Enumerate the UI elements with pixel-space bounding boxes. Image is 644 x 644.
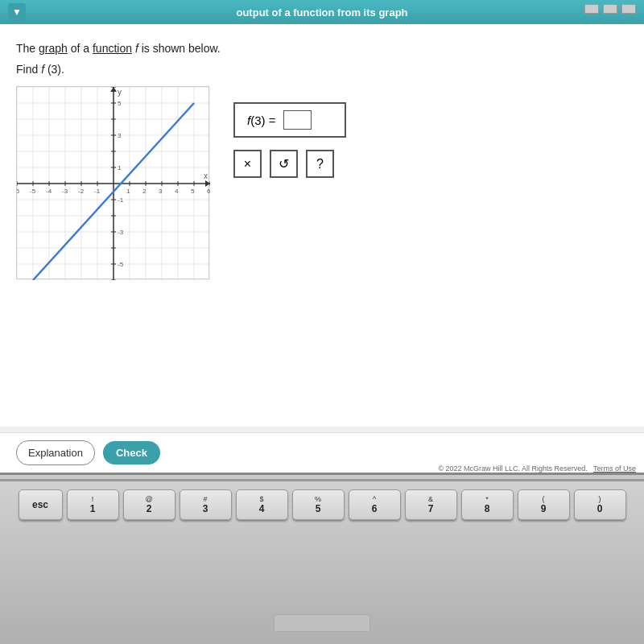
problem-description: The graph of a function f is shown below… [16,40,628,57]
bottom-bar: Explanation Check © 2022 McGraw Hill LLC… [0,432,644,473]
key-3-bottom: 3 [203,503,208,514]
answer-input[interactable] [283,110,312,130]
minimize-button[interactable] [584,4,599,14]
copyright-text: © 2022 McGraw Hill LLC. All Rights Reser… [438,464,587,473]
key-4-top: $ [259,495,263,503]
window-controls [584,4,636,14]
key-7-bottom: 7 [428,503,434,514]
graph-word: graph [39,42,68,55]
graph-container [16,86,209,279]
footer-text: © 2022 McGraw Hill LLC. All Rights Reser… [438,464,636,473]
key-6[interactable]: ^ 6 [349,489,401,520]
key-0-bottom: 0 [597,503,603,514]
close-button[interactable] [621,4,636,14]
answer-box: f (3) = [233,102,346,138]
chevron-down-icon: ▼ [12,6,22,18]
key-3[interactable]: # 3 [180,489,232,520]
clear-button[interactable]: × [233,150,262,178]
main-content: The graph of a function f is shown below… [0,24,644,427]
undo-button[interactable]: ↺ [270,150,298,178]
key-2-top: @ [145,495,152,503]
key-8-bottom: 8 [485,503,490,514]
top-bar: ▼ output of a function from its graph [0,0,644,24]
key-9-bottom: 9 [541,503,547,514]
key-5-bottom: 5 [316,503,321,514]
explanation-button[interactable]: Explanation [16,440,95,465]
key-5-top: % [315,495,321,503]
key-8-top: * [485,495,489,503]
help-button[interactable]: ? [306,150,334,178]
key-6-bottom: 6 [372,503,378,514]
maximize-button[interactable] [603,4,617,14]
key-esc[interactable]: esc [19,489,63,520]
check-button[interactable]: Check [103,441,160,464]
key-3-top: # [203,495,207,503]
terms-link[interactable]: Terms of Use [593,464,636,473]
action-buttons: × ↺ ? [233,150,346,178]
key-6-top: ^ [373,495,376,503]
answer-area: f (3) = × ↺ ? [233,102,346,178]
key-9-top: ( [543,495,545,503]
key-7[interactable]: & 7 [405,489,457,520]
key-7-top: & [428,495,433,503]
key-esc-label: esc [32,499,48,510]
chevron-button[interactable]: ▼ [8,3,26,21]
key-5[interactable]: % 5 [292,489,345,520]
key-4-bottom: 4 [259,503,265,514]
key-1-top: ! [92,495,94,503]
key-0-top: ) [599,495,601,503]
function-word: function [93,42,132,55]
trackpad[interactable] [274,614,370,632]
problem-question: Find f (3). [16,61,628,78]
problem-row: f (3) = × ↺ ? [16,86,628,279]
graph-canvas [17,87,210,280]
key-1[interactable]: ! 1 [67,489,119,520]
keyboard-row-1: esc ! 1 @ 2 # 3 $ 4 % 5 ^ 6 & 7 [16,489,628,520]
screen: ▼ output of a function from its graph Th… [0,0,644,475]
key-4[interactable]: $ 4 [236,489,288,520]
key-1-bottom: 1 [90,503,96,514]
key-2-bottom: 2 [147,503,152,514]
key-8[interactable]: * 8 [461,489,514,520]
answer-paren: (3) = [250,114,279,127]
key-0[interactable]: ) 0 [574,489,626,520]
key-9[interactable]: ( 9 [518,489,570,520]
key-2[interactable]: @ 2 [123,489,175,520]
page-title: output of a function from its graph [236,6,407,19]
